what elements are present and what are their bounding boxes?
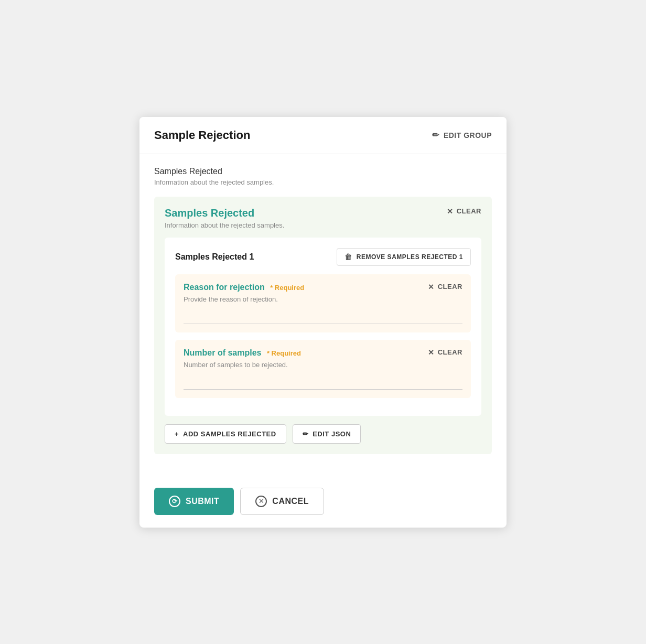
green-section: Samples Rejected ✕ CLEAR Information abo… — [154, 197, 492, 454]
remove-button[interactable]: 🗑 REMOVE SAMPLES REJECTED 1 — [337, 248, 471, 266]
samples-clear-label: CLEAR — [438, 348, 462, 356]
reason-field-title: Reason for rejection — [184, 283, 265, 292]
add-samples-button[interactable]: + ADD SAMPLES REJECTED — [165, 424, 286, 444]
reason-required-badge: * Required — [270, 284, 304, 292]
green-section-header: Samples Rejected ✕ CLEAR — [165, 207, 481, 219]
samples-required-badge: * Required — [267, 349, 301, 357]
edit-group-button[interactable]: ✏ EDIT GROUP — [432, 130, 492, 140]
modal-footer: ⟳ SUBMIT ✕ CANCEL — [139, 479, 507, 528]
green-section-clear-label: CLEAR — [457, 207, 481, 215]
reason-clear-button[interactable]: ✕ CLEAR — [428, 283, 462, 291]
cancel-icon: ✕ — [255, 496, 267, 507]
x-icon: ✕ — [447, 207, 454, 216]
edit-json-label: EDIT JSON — [313, 430, 351, 438]
samples-field-header: Number of samples * Required ✕ CLEAR — [184, 348, 462, 358]
plus-icon: + — [175, 430, 179, 438]
green-section-clear-button[interactable]: ✕ CLEAR — [447, 207, 481, 216]
submit-icon: ⟳ — [169, 496, 180, 507]
samples-field-desc: Number of samples to be rejected. — [184, 361, 462, 369]
samples-clear-button[interactable]: ✕ CLEAR — [428, 348, 462, 357]
samples-field-title: Number of samples — [184, 348, 261, 357]
white-card: Samples Rejected 1 🗑 REMOVE SAMPLES REJE… — [165, 238, 481, 416]
reason-x-icon: ✕ — [428, 283, 435, 291]
reason-field-input[interactable] — [184, 312, 462, 324]
add-label: ADD SAMPLES REJECTED — [183, 430, 276, 438]
submit-button[interactable]: ⟳ SUBMIT — [154, 488, 234, 515]
samples-field-title-group: Number of samples * Required — [184, 348, 301, 358]
cancel-label: CANCEL — [272, 497, 309, 506]
cancel-button[interactable]: ✕ CANCEL — [240, 488, 324, 515]
reason-clear-label: CLEAR — [438, 283, 462, 291]
card-header: Samples Rejected 1 🗑 REMOVE SAMPLES REJE… — [175, 248, 471, 266]
green-section-subtitle: Information about the rejected samples. — [165, 221, 481, 229]
section-subtitle: Information about the rejected samples. — [154, 178, 492, 186]
modal-title: Sample Rejection — [154, 128, 250, 142]
section-title: Samples Rejected — [154, 167, 492, 176]
pencil-icon: ✏ — [432, 130, 439, 140]
modal: Sample Rejection ✏ EDIT GROUP Samples Re… — [139, 117, 507, 528]
modal-header: Sample Rejection ✏ EDIT GROUP — [139, 117, 507, 154]
modal-body: Samples Rejected Information about the r… — [139, 154, 507, 479]
remove-label: REMOVE SAMPLES REJECTED 1 — [357, 253, 463, 261]
bottom-actions: + ADD SAMPLES REJECTED ✏ EDIT JSON — [165, 424, 481, 444]
edit-json-button[interactable]: ✏ EDIT JSON — [293, 424, 361, 444]
reason-field-desc: Provide the reason of rejection. — [184, 295, 462, 303]
samples-field-input[interactable] — [184, 377, 462, 390]
samples-x-icon: ✕ — [428, 348, 435, 357]
samples-field-card: Number of samples * Required ✕ CLEAR Num… — [175, 340, 471, 398]
edit-group-label: EDIT GROUP — [444, 131, 492, 139]
trash-icon: 🗑 — [344, 253, 352, 261]
reason-field-title-group: Reason for rejection * Required — [184, 283, 304, 292]
submit-label: SUBMIT — [186, 497, 219, 506]
edit-json-pencil-icon: ✏ — [303, 430, 309, 438]
green-section-title: Samples Rejected — [165, 207, 254, 219]
card-title: Samples Rejected 1 — [175, 252, 254, 262]
reason-field-header: Reason for rejection * Required ✕ CLEAR — [184, 283, 462, 292]
reason-field-card: Reason for rejection * Required ✕ CLEAR … — [175, 274, 471, 332]
